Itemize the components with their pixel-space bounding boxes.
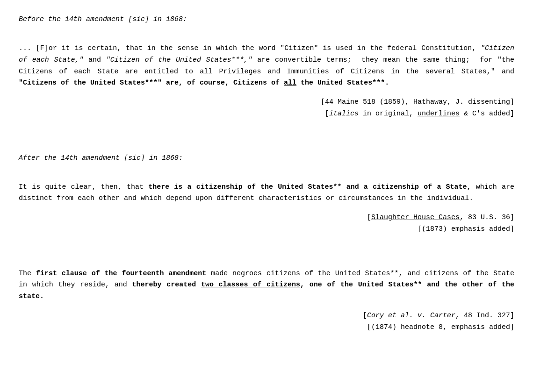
after-heading: After the 14th amendment [sic] in 1868: [19,153,514,164]
first-clause-paragraph: The first clause of the fourteenth amend… [19,268,514,303]
before-citation: [44 Maine 518 (1859), Hathaway, J. disse… [19,97,514,120]
first-clause-citation: [Cory et al. v. Carter, 48 Ind. 327] [(1… [19,310,514,334]
before-heading-text: Before [19,15,44,23]
before-section: Before the 14th amendment [sic] in 1868:… [19,14,514,120]
page-content: Before the 14th amendment [sic] in 1868:… [19,14,514,333]
after-citation: [Slaughter House Cases, 83 U.S. 36] [(18… [19,212,514,235]
before-heading: Before the 14th amendment [sic] in 1868: [19,14,514,25]
before-paragraph: ... [F]or it is certain, that in the sen… [19,43,514,89]
first-clause-section: The first clause of the fourteenth amend… [19,268,514,334]
after-paragraph: It is quite clear, then, that there is a… [19,182,514,205]
after-section: After the 14th amendment [sic] in 1868: … [19,153,514,235]
